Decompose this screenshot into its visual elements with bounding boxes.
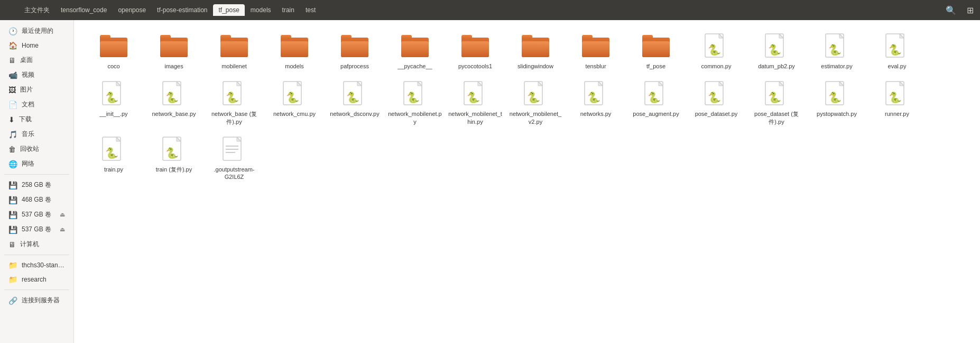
breadcrumb-tf_pose_estimation[interactable]: tf-pose-estimation: [152, 4, 212, 16]
pyfile-icon-network_mobilenet_thin: 🐍: [461, 80, 489, 108]
folder-name-mobilenet: mobilenet: [221, 62, 247, 70]
breadcrumb-models[interactable]: models: [245, 4, 276, 16]
folder-name-models: models: [285, 62, 303, 70]
sidebar-item-recent[interactable]: 🕐最近使用的: [2, 24, 71, 38]
topbar-actions: 🔍 ⊞: [941, 3, 978, 17]
sidebar-icon-computer: 🖥: [8, 240, 16, 249]
pyfile-pose_dataset_copy[interactable]: 🐍 pose_dataset (复件).py: [747, 76, 806, 130]
sidebar-item-research[interactable]: 📁research: [2, 273, 71, 286]
folder-images[interactable]: images: [145, 29, 203, 74]
sidebar-item-vol468[interactable]: 💾468 GB 卷: [2, 193, 71, 207]
eject-icon-vol537b[interactable]: ⏏: [60, 226, 65, 233]
pyfile-network_cmu[interactable]: 🐍 network_cmu.py: [265, 76, 323, 130]
pyfile-network_base_copy[interactable]: 🐍 network_base (复件).py: [205, 76, 263, 130]
sidebar-icon-connect: 🔗: [8, 296, 17, 305]
pyfile-train_copy[interactable]: 🐍 train (复件).py: [145, 132, 203, 185]
folder-coco[interactable]: coco: [85, 29, 143, 74]
pyfile-network_mobilenet_thin[interactable]: 🐍 network_mobilenet_thin.py: [446, 76, 504, 130]
folder-icon-pafprocess: [341, 33, 368, 60]
sidebar-item-vol537a[interactable]: 💾537 GB 卷⏏: [2, 207, 71, 222]
svg-text:🐍: 🐍: [587, 91, 600, 104]
pyfile-datum_pb2[interactable]: 🐍 datum_pb2.py: [747, 29, 806, 74]
sidebar-item-vol258[interactable]: 💾258 GB 卷: [2, 178, 71, 192]
sidebar-item-home[interactable]: 🏠Home: [2, 39, 71, 52]
sidebar-item-connect[interactable]: 🔗连接到服务器: [2, 293, 71, 308]
pyfile-network_dsconv[interactable]: 🐍 network_dsconv.py: [326, 76, 384, 130]
sidebar-icon-recent: 🕐: [8, 27, 17, 35]
sidebar-item-download[interactable]: ⬇下载: [2, 112, 71, 127]
pyfile-common[interactable]: 🐍 common.py: [687, 29, 745, 74]
nav-back-button[interactable]: [2, 8, 8, 12]
search-button[interactable]: 🔍: [941, 3, 960, 17]
svg-rect-17: [401, 41, 429, 57]
breadcrumb-home[interactable]: 主文件夹: [19, 4, 55, 17]
folder-pycocotools1[interactable]: pycocotools1: [446, 29, 504, 74]
svg-text:🐍: 🐍: [648, 91, 661, 104]
folder-tf_pose[interactable]: tf_pose: [627, 29, 685, 74]
breadcrumb-tf_pose[interactable]: tf_pose: [213, 4, 244, 16]
breadcrumb-openpose[interactable]: openpose: [113, 4, 151, 16]
pyfile-name-pose_dataset: pose_dataset.py: [695, 110, 738, 118]
sidebar-icon-home: 🏠: [8, 41, 17, 50]
sidebar-label-vol537b: 537 GB 卷: [22, 225, 51, 234]
pyfile-init[interactable]: 🐍 __init__.py: [85, 76, 143, 130]
folder-models[interactable]: models: [265, 29, 323, 74]
sidebar-item-thchs30[interactable]: 📁thchs30-stand...: [2, 258, 71, 272]
sidebar-icon-music: 🎵: [8, 130, 17, 139]
breadcrumb-tensorflow_code[interactable]: tensorflow_code: [56, 4, 112, 16]
folder-pycache[interactable]: __pycache__: [386, 29, 444, 74]
pyfile-pose_augment[interactable]: 🐍 pose_augment.py: [627, 76, 685, 130]
folder-name-images: images: [164, 62, 183, 70]
nav-forward-button[interactable]: [10, 8, 16, 12]
sidebar-item-vol537b[interactable]: 💾537 GB 卷⏏: [2, 222, 71, 237]
folder-slidingwindow[interactable]: slidingwindow: [506, 29, 565, 74]
pyfile-eval[interactable]: 🐍 eval.py: [868, 29, 926, 74]
file-goutputstream[interactable]: .goutputstream-G2IL6Z: [205, 132, 263, 185]
sidebar-item-trash[interactable]: 🗑回收站: [2, 142, 71, 156]
eject-icon-vol537a[interactable]: ⏏: [60, 211, 65, 218]
sidebar-label-research: research: [22, 276, 47, 283]
file-area: coco images: [74, 20, 980, 343]
sidebar-item-music[interactable]: 🎵音乐: [2, 127, 71, 141]
svg-text:🐍: 🐍: [105, 91, 118, 104]
pyfile-train[interactable]: 🐍 train.py: [85, 132, 143, 185]
pyfile-runner[interactable]: 🐍 runner.py: [868, 76, 926, 130]
sidebar-item-computer[interactable]: 🖥计算机: [2, 237, 71, 251]
folder-mobilenet[interactable]: mobilenet: [205, 29, 263, 74]
pyfile-name-network_dsconv: network_dsconv.py: [330, 110, 379, 118]
pyfile-name-train_copy: train (复件).py: [156, 166, 192, 173]
svg-rect-13: [341, 35, 352, 40]
sidebar-label-home: Home: [22, 42, 39, 49]
pyfile-networks[interactable]: 🐍 networks.py: [567, 76, 625, 130]
view-toggle-button[interactable]: ⊞: [963, 3, 978, 17]
breadcrumb-train[interactable]: train: [277, 4, 300, 16]
sidebar-label-recent: 最近使用的: [22, 26, 53, 35]
main-content: 🕐最近使用的🏠Home🖥桌面📹视频🖼图片📄文档⬇下载🎵音乐🗑回收站🌐网络💾258…: [0, 20, 980, 343]
folder-pafprocess[interactable]: pafprocess: [326, 29, 384, 74]
pyfile-estimator[interactable]: 🐍 estimator.py: [808, 29, 866, 74]
file-name-goutputstream: .goutputstream-G2IL6Z: [207, 166, 261, 181]
sidebar-item-desktop[interactable]: 🖥桌面: [2, 53, 71, 67]
pyfile-network_mobilenet[interactable]: 🐍 network_mobilenet.py: [386, 76, 444, 130]
sidebar-icon-picture: 🖼: [8, 86, 16, 94]
svg-text:🐍: 🐍: [828, 43, 842, 56]
pyfile-name-estimator: estimator.py: [821, 62, 852, 70]
pyfile-icon-train_copy: 🐍: [160, 136, 188, 164]
folder-icon-tensblur: [582, 33, 609, 60]
sidebar-item-picture[interactable]: 🖼图片: [2, 83, 71, 97]
breadcrumb-test[interactable]: test: [300, 4, 321, 16]
pyfile-name-datum_pb2: datum_pb2.py: [758, 62, 795, 70]
svg-text:🐍: 🐍: [527, 91, 540, 104]
pyfile-network_mobilenet_v2[interactable]: 🐍 network_mobilenet_v2.py: [506, 76, 565, 130]
sidebar-icon-vol537b: 💾: [8, 225, 17, 234]
sidebar-item-document[interactable]: 📄文档: [2, 97, 71, 112]
sidebar-item-video[interactable]: 📹视频: [2, 68, 71, 82]
svg-rect-10: [281, 35, 291, 40]
svg-rect-23: [522, 41, 549, 57]
svg-text:🐍: 🐍: [889, 91, 902, 104]
pyfile-pystopwatch[interactable]: 🐍 pystopwatch.py: [808, 76, 866, 130]
folder-tensblur[interactable]: tensblur: [567, 29, 625, 74]
pyfile-network_base[interactable]: 🐍 network_base.py: [145, 76, 203, 130]
pyfile-pose_dataset[interactable]: 🐍 pose_dataset.py: [687, 76, 745, 130]
sidebar-item-network[interactable]: 🌐网络: [2, 157, 71, 171]
